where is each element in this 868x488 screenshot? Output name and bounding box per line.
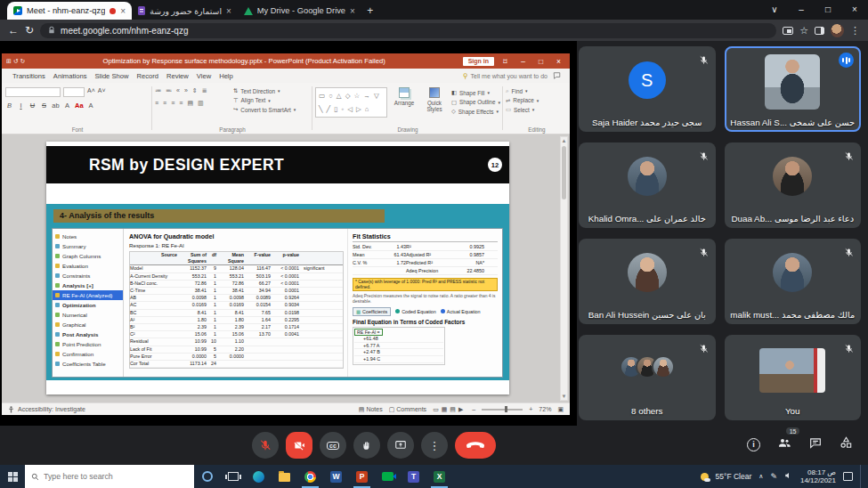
tree-item[interactable]: RE Fe-Al (Analyzed) xyxy=(53,290,123,300)
shapes-gallery[interactable]: ▭ ○ △ ◇ ☆ → ▽ ╲ ╱ ▯ ◦ ◁ ▷ ⌂ xyxy=(315,87,387,118)
paragraph-button[interactable]: » xyxy=(184,87,188,94)
ribbon-tab[interactable]: Animations xyxy=(53,72,87,80)
paragraph-button[interactable]: ▥ xyxy=(198,100,204,107)
tab-meet[interactable]: Meet - nhm-eanz-qzg × xyxy=(7,2,132,20)
taskbar-icon-task-view[interactable] xyxy=(220,465,246,488)
tree-item[interactable]: Coefficients Table xyxy=(53,359,123,369)
chat-button[interactable] xyxy=(808,436,823,453)
tree-item[interactable]: Analysis [+] xyxy=(53,281,123,290)
editing-button[interactable]: ⌕Find▾ xyxy=(506,86,568,96)
participant-tile[interactable]: Khalid Omra... خالد عمران علي xyxy=(579,142,716,228)
paragraph-button[interactable]: ≕ xyxy=(166,87,172,94)
font-button[interactable]: B xyxy=(5,102,13,110)
tray-expand-icon[interactable]: ∧ xyxy=(758,473,763,480)
font-button[interactable]: ab xyxy=(52,102,60,110)
taskbar-search[interactable] xyxy=(25,465,194,488)
paragraph-button[interactable]: ≡ xyxy=(171,100,174,107)
minimize-button[interactable]: – xyxy=(788,0,815,20)
paragraph-stack-button[interactable]: ⊤Align Text▾ xyxy=(233,96,296,106)
participant-tile[interactable]: malik must... مالك مصطفى محمد xyxy=(725,239,862,324)
tree-item[interactable]: Optimization xyxy=(53,300,123,310)
profile-avatar[interactable] xyxy=(831,24,844,37)
arrange-button[interactable]: Arrange xyxy=(391,87,418,118)
drawing-stack-button[interactable]: ▢Shape Outline▾ xyxy=(451,98,500,108)
ribbon-tab[interactable]: Record xyxy=(136,72,158,80)
zoom-thumb[interactable] xyxy=(505,406,507,412)
editing-button[interactable]: ⇄Replace▾ xyxy=(506,96,568,106)
paragraph-button[interactable]: ≡ xyxy=(155,100,158,107)
maximize-button[interactable]: □ xyxy=(815,0,841,20)
ribbon-display-icon[interactable]: ⌑ xyxy=(499,57,512,66)
tab-forms[interactable]: استمارة حضور ورشة × xyxy=(132,2,238,20)
tree-item[interactable]: Confirmation xyxy=(53,349,123,359)
zoom-out-button[interactable]: – xyxy=(472,406,475,412)
taskbar-icon-excel[interactable]: X xyxy=(426,465,452,488)
reload-button[interactable]: ↻ xyxy=(25,24,34,37)
notification-center-icon[interactable] xyxy=(843,472,853,481)
address-bar[interactable]: meet.google.com/nhm-eanz-qzg xyxy=(40,23,776,38)
tab-drive[interactable]: My Drive - Google Drive × xyxy=(238,2,361,20)
actual-equation-toggle[interactable]: Actual Equation xyxy=(441,309,481,314)
end-call-button[interactable] xyxy=(455,432,496,459)
weather-text[interactable]: 55°F Clear xyxy=(716,472,752,481)
ppt-close-button[interactable]: × xyxy=(552,57,565,66)
tab-close-icon[interactable]: × xyxy=(226,6,231,16)
comments-toggle[interactable]: ▢ Comments xyxy=(389,406,426,413)
participant-tile[interactable]: S Saja Haider سجى حيدر محمد xyxy=(579,46,716,132)
coded-equation-toggle[interactable]: Coded Equation xyxy=(395,309,436,314)
taskbar-icon-word[interactable]: W xyxy=(323,465,349,488)
view-buttons[interactable]: ▭▦▤▶ xyxy=(433,406,466,413)
taskbar-search-input[interactable] xyxy=(44,472,177,481)
comments-icon[interactable] xyxy=(553,72,561,79)
tell-me-box[interactable]: ⚲Tell me what you want to do xyxy=(463,72,548,80)
tree-item[interactable]: Graphical xyxy=(53,320,123,329)
quick-access-toolbar[interactable]: ⊞ ↺ ↻ xyxy=(6,58,26,65)
font-buttons[interactable]: BIUSabAAaA xyxy=(5,102,150,110)
accessibility-status[interactable]: Accessibility: Investigate xyxy=(18,406,85,412)
drawing-stack-button[interactable]: ◧Shape Fill▾ xyxy=(451,88,500,98)
browser-menu-icon[interactable]: ⋮ xyxy=(850,26,860,36)
shrink-font-icon[interactable]: A˅ xyxy=(98,87,106,97)
participant-tile[interactable]: Hassan Ali S... حسن علي شمخي xyxy=(725,46,862,132)
ppt-restore-button[interactable]: □ xyxy=(534,57,548,66)
present-screen-button[interactable] xyxy=(387,432,414,459)
mic-off-button[interactable] xyxy=(252,432,279,459)
taskbar-icon-file-explorer[interactable] xyxy=(272,465,297,488)
side-panel-icon[interactable] xyxy=(815,27,824,35)
participant-tile-you[interactable]: You xyxy=(725,335,862,420)
taskbar-icon-edge[interactable] xyxy=(246,465,272,488)
paragraph-button[interactable]: ≡ xyxy=(163,100,166,107)
fit-slide-icon[interactable]: ▣ xyxy=(557,406,564,413)
taskbar-icon-teams[interactable]: T xyxy=(401,465,426,488)
ribbon-tab[interactable]: Help xyxy=(219,72,233,80)
paragraph-buttons-row2[interactable]: ≡≡≡≡▤▥ xyxy=(155,100,233,107)
tree-item[interactable]: Point Prediction xyxy=(53,339,123,349)
drawing-stack-button[interactable]: ◇Shape Effects▾ xyxy=(451,107,500,117)
paragraph-button[interactable]: ≡ xyxy=(179,100,183,107)
captions-button[interactable]: cc xyxy=(320,432,346,459)
ribbon-tab[interactable]: Review xyxy=(166,72,189,80)
activities-button[interactable] xyxy=(839,435,854,453)
raise-hand-button[interactable] xyxy=(353,432,380,459)
volume-icon[interactable] xyxy=(784,471,793,482)
tab-close-icon[interactable]: × xyxy=(350,6,355,16)
font-button[interactable]: I xyxy=(17,102,25,110)
camera-off-button[interactable] xyxy=(286,432,312,459)
font-button[interactable]: A xyxy=(63,102,71,110)
taskbar-icon-cortana[interactable] xyxy=(194,465,220,488)
more-options-button[interactable]: ⋮ xyxy=(421,432,448,459)
grow-font-icon[interactable]: A˄ xyxy=(87,87,95,97)
people-button[interactable]: 15 xyxy=(776,435,792,453)
taskbar-icon-meet[interactable] xyxy=(375,465,401,488)
paragraph-button[interactable]: « xyxy=(176,87,180,94)
tree-item[interactable]: Constraints xyxy=(53,271,123,281)
coefficients-button[interactable]: ▦Coefficients xyxy=(353,307,391,316)
participant-tile[interactable]: Duaa Ab... دعاء عبد الرضا موسى xyxy=(725,142,862,228)
paragraph-buttons-row1[interactable]: ≔≕«»⇕≣ xyxy=(155,87,233,94)
sign-in-button[interactable]: Sign in xyxy=(463,57,494,66)
zoom-in-button[interactable]: + xyxy=(529,406,532,412)
zoom-level[interactable]: 72% xyxy=(539,406,551,412)
font-button[interactable]: Aa xyxy=(75,102,84,110)
taskbar-icon-powerpoint[interactable]: P xyxy=(349,465,375,488)
participant-tile[interactable]: Ban Ali Hussein بان علي حسين xyxy=(579,239,716,324)
